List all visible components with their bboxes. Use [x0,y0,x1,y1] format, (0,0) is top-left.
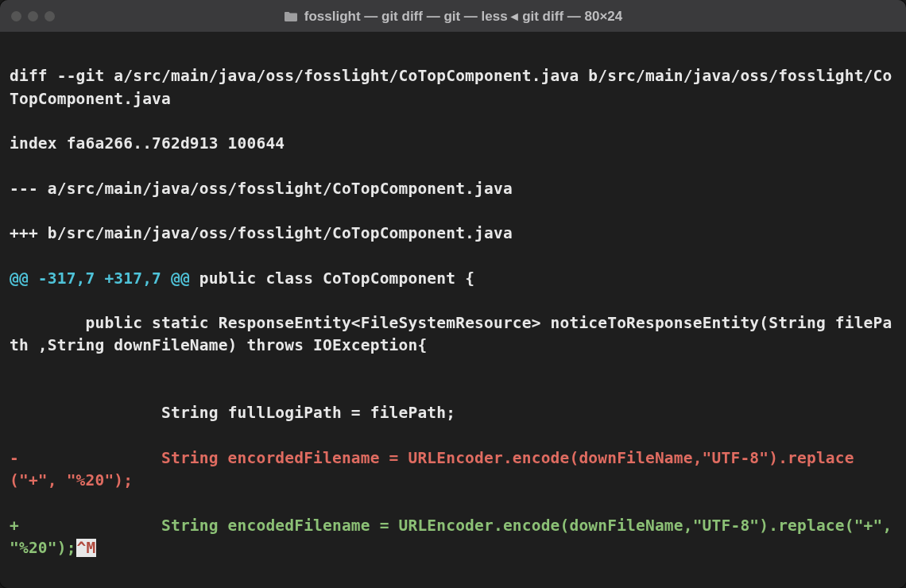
diff-header: diff --git a/src/main/java/oss/fosslight… [10,65,896,110]
diff-index: index fa6a266..762d913 100644 [10,133,896,155]
window-controls [11,11,55,21]
titlebar[interactable]: fosslight — git diff — git — less ◂ git … [0,0,906,32]
terminal-output[interactable]: diff --git a/src/main/java/oss/fosslight… [0,32,906,588]
hunk-header: @@ -317,7 +317,7 @@ public class CoTopCo… [10,268,896,290]
context-line: public static ResponseEntity<FileSystemR… [10,312,896,358]
minimize-icon[interactable] [28,11,38,21]
deleted-line: - String encordedFilename = URLEncoder.e… [10,447,896,493]
added-text: + String encodedFilename = URLEncoder.en… [10,516,901,557]
terminal-window: fosslight — git diff — git — less ◂ git … [0,0,906,588]
hunk-marker: @@ -317,7 +317,7 @@ [10,269,190,288]
added-line: + String encodedFilename = URLEncoder.en… [10,515,896,560]
window-title-text: fosslight — git diff — git — less ◂ git … [304,8,623,25]
carriage-return-marker: ^M [76,539,97,557]
window-title: fosslight — git diff — git — less ◂ git … [0,8,906,25]
folder-icon [284,10,298,21]
diff-minus-file: --- a/src/main/java/oss/fosslight/CoTopC… [10,178,896,200]
diff-plus-file: +++ b/src/main/java/oss/fosslight/CoTopC… [10,222,896,245]
context-line: String fullLogiPath = filePath; [10,402,896,424]
zoom-icon[interactable] [45,11,55,21]
close-icon[interactable] [11,11,21,21]
hunk-context: public class CoTopComponent { [190,269,474,288]
